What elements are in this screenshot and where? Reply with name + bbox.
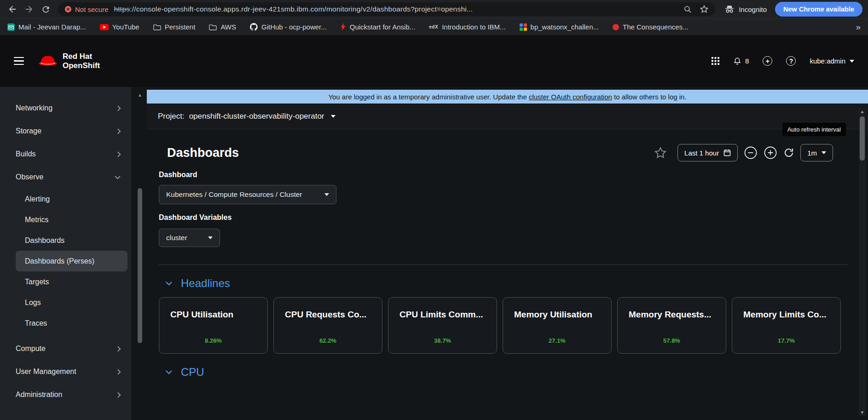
not-secure-icon xyxy=(64,6,72,13)
section-title-cpu: CPU xyxy=(181,366,204,379)
content-scrollbar[interactable]: ▲ ▼ xyxy=(859,108,866,416)
dashboard-field-label: Dashboard xyxy=(159,171,848,179)
sidebar-item-label: Observe xyxy=(16,173,43,181)
notification-count: 8 xyxy=(745,57,749,65)
sidebar-item-administration[interactable]: Administration xyxy=(0,383,131,406)
back-button[interactable] xyxy=(5,1,20,17)
not-secure-label: Not secure xyxy=(75,6,109,13)
site-security-chip[interactable]: Not secure xyxy=(64,6,109,13)
auto-refresh-tooltip: Auto refresh interval xyxy=(782,123,846,136)
cpu-section-toggle[interactable]: CPU xyxy=(165,366,848,379)
time-range-button[interactable]: Last 1 hour xyxy=(677,144,738,161)
user-menu[interactable]: kube:admin xyxy=(810,57,854,65)
banner-text-before: You are logged in as a temporary adminis… xyxy=(328,93,529,101)
bookmark-aws[interactable]: AWS xyxy=(209,23,236,31)
bookmarks-overflow-chevron[interactable]: » xyxy=(856,22,861,32)
dashboard-select[interactable]: Kubernetes / Compute Resources / Cluster xyxy=(159,185,336,204)
chevron-down-icon xyxy=(331,115,336,118)
sidebar-item-metrics[interactable]: Metrics xyxy=(16,209,127,230)
address-bar[interactable]: Not secure https://console-openshift-con… xyxy=(58,2,715,16)
sidebar-item-label: Logs xyxy=(25,299,41,307)
help-button[interactable]: ? xyxy=(786,56,796,66)
refresh-interval-value: 1m xyxy=(807,149,817,157)
reload-button[interactable] xyxy=(38,1,53,17)
back-icon xyxy=(7,4,17,14)
star-icon xyxy=(654,146,667,159)
bookmark-label: The Consequences... xyxy=(623,23,689,31)
bookmark-mail[interactable]: Mail - Jeevan Darap... xyxy=(7,23,86,31)
folder-icon xyxy=(153,24,161,30)
notifications-button[interactable]: 8 xyxy=(733,57,749,65)
stat-card-cpu-requests: CPU Requests Co... 62.2% xyxy=(273,297,382,354)
zoom-in-button[interactable] xyxy=(764,146,777,160)
sidebar-item-builds[interactable]: Builds xyxy=(0,143,131,166)
stat-card-value: 38.7% xyxy=(388,337,497,344)
brand-logo[interactable]: Red Hat OpenShift xyxy=(38,52,100,69)
zoom-out-button[interactable] xyxy=(744,146,758,160)
sidebar-item-label: Administration xyxy=(16,391,62,399)
incognito-indicator: Incognito xyxy=(720,5,774,14)
scroll-up-arrow-icon[interactable]: ▲ xyxy=(137,92,143,98)
sidebar-item-traces[interactable]: Traces xyxy=(16,313,127,334)
sidebar-item-label: Storage xyxy=(16,127,41,135)
chevron-down-icon[interactable] xyxy=(165,281,173,286)
sidebar-item-label: Targets xyxy=(25,278,49,286)
sidebar-item-logs[interactable]: Logs xyxy=(16,292,127,313)
bookmark-watsonx[interactable]: bp_watsonx_challen... xyxy=(520,23,599,31)
time-range-label: Last 1 hour xyxy=(684,149,719,157)
refresh-button[interactable] xyxy=(783,147,794,158)
project-selector[interactable]: Project: openshift-cluster-observability… xyxy=(147,104,868,129)
stat-card-cpu-utilisation: CPU Utilisation 8.26% xyxy=(159,297,268,354)
scrollbar-thumb[interactable] xyxy=(138,188,142,343)
chrome-update-button[interactable]: New Chrome available xyxy=(775,2,862,17)
screen: Not secure https://console-openshift-con… xyxy=(0,0,868,420)
bookmark-label: Persistent xyxy=(165,23,196,31)
plus-circle-icon xyxy=(764,146,777,160)
favorite-star-button[interactable] xyxy=(654,146,667,159)
refresh-interval-dropdown[interactable]: 1m xyxy=(800,144,833,161)
sidebar-item-user-management[interactable]: User Management xyxy=(0,360,131,383)
forward-button[interactable] xyxy=(21,1,37,17)
scroll-down-arrow-icon[interactable]: ▼ xyxy=(859,409,866,416)
brand-line2: OpenShift xyxy=(63,61,100,70)
nav-toggle-hamburger-icon[interactable] xyxy=(14,57,24,65)
sidebar-item-targets[interactable]: Targets xyxy=(16,271,127,292)
bookmark-youtube[interactable]: YouTube xyxy=(100,23,139,31)
sidebar-item-dashboards-perses[interactable]: Dashboards (Perses) xyxy=(16,251,127,271)
bookmark-quickstart[interactable]: Quickstart for Ansib... xyxy=(341,23,416,31)
app-launcher-grid-icon[interactable] xyxy=(712,57,719,65)
brand-line1: Red Hat xyxy=(63,52,100,61)
bookmark-edx-course[interactable]: edX Introduction to IBM... xyxy=(429,23,505,31)
sidebar-item-observe[interactable]: Observe xyxy=(0,166,131,189)
stat-card-value: 17.7% xyxy=(732,337,840,344)
chevron-right-icon xyxy=(117,391,121,398)
oauth-config-link[interactable]: cluster OAuth configuration xyxy=(529,93,612,101)
bookmark-label: GitHub - ocp-power... xyxy=(261,23,327,31)
add-plus-button[interactable]: + xyxy=(763,56,772,66)
search-icon[interactable] xyxy=(683,5,692,14)
scrollbar-thumb[interactable] xyxy=(860,116,865,161)
chevron-down-icon xyxy=(822,151,826,154)
scroll-up-arrow-icon[interactable]: ▲ xyxy=(859,108,866,115)
chevron-down-icon[interactable] xyxy=(165,370,173,374)
sidebar-item-alerting[interactable]: Alerting xyxy=(16,189,127,209)
edx-icon: edX xyxy=(429,24,438,29)
bookmark-persistent[interactable]: Persistent xyxy=(153,23,196,31)
sidebar-item-storage[interactable]: Storage xyxy=(0,120,131,143)
sidebar-item-dashboards[interactable]: Dashboards xyxy=(16,230,127,251)
refresh-icon xyxy=(783,147,794,158)
bookmark-label: bp_watsonx_challen... xyxy=(531,23,599,31)
bookmark-label: Mail - Jeevan Darap... xyxy=(18,23,86,31)
sidebar-item-networking[interactable]: Networking xyxy=(0,97,131,120)
cluster-variable-select[interactable]: cluster xyxy=(159,229,220,247)
chevron-down-icon xyxy=(324,193,329,196)
bookmark-label: AWS xyxy=(220,23,236,31)
headlines-section-toggle[interactable]: Headlines xyxy=(165,277,848,290)
login-banner: You are logged in as a temporary adminis… xyxy=(147,90,868,104)
bookmark-consequences[interactable]: The Consequences... xyxy=(613,23,689,31)
bookmark-github[interactable]: GitHub - ocp-power... xyxy=(250,23,327,31)
sidebar-item-compute[interactable]: Compute xyxy=(0,337,131,360)
bookmark-star-icon[interactable] xyxy=(700,5,709,14)
sidebar-scrollbar[interactable]: ▲ xyxy=(137,92,143,420)
stat-card-cpu-limits: CPU Limits Comm... 38.7% xyxy=(388,297,497,354)
